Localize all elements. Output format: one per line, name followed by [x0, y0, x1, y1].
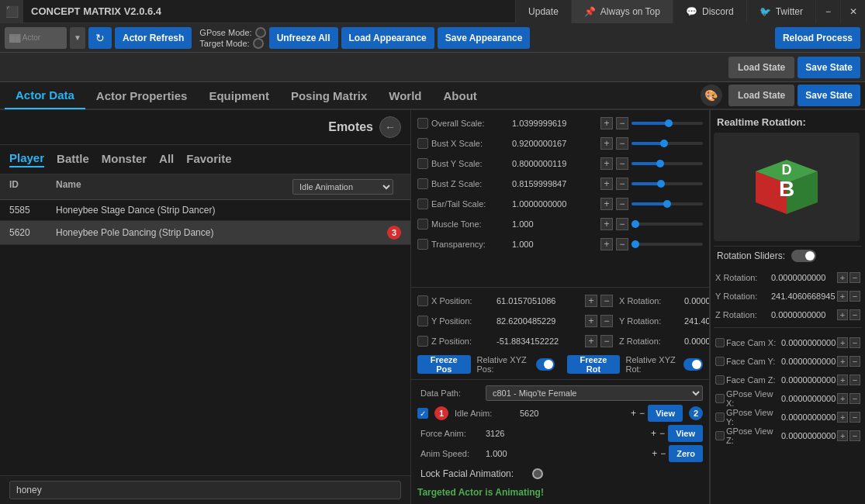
load-state-button[interactable]: Load State	[728, 57, 794, 78]
y-rot-field-minus[interactable]: −	[849, 291, 860, 302]
rotation-sliders-toggle[interactable]	[791, 250, 816, 262]
y-pos-checkbox[interactable]	[417, 316, 428, 326]
force-anim-view-button[interactable]: View	[668, 425, 703, 442]
avatar-selector[interactable]: ▓▓ Actor	[5, 27, 67, 49]
subtab-favorite[interactable]: Favorite	[186, 152, 231, 167]
ear-tail-checkbox[interactable]	[417, 198, 428, 209]
update-button[interactable]: Update	[515, 0, 571, 23]
face-cam-x-checkbox[interactable]	[715, 338, 725, 347]
muscle-tone-plus[interactable]: +	[600, 218, 613, 230]
tab-world[interactable]: World	[378, 81, 432, 109]
idle-anim-checkbox[interactable]: ✓	[417, 408, 428, 419]
actor-refresh-button[interactable]: Actor Refresh	[115, 27, 192, 49]
muscle-tone-track[interactable]	[631, 223, 703, 226]
bust-x-plus[interactable]: +	[600, 137, 613, 150]
palette-icon[interactable]: 🎨	[701, 85, 722, 106]
bust-y-minus[interactable]: −	[616, 157, 628, 170]
gpose-mode-toggle[interactable]	[255, 27, 266, 38]
gpose-view-z-minus[interactable]: −	[849, 430, 860, 441]
minimize-button[interactable]: −	[815, 0, 840, 23]
z-pos-checkbox[interactable]	[417, 336, 428, 347]
tab-about[interactable]: About	[432, 81, 487, 109]
y-pos-plus[interactable]: +	[585, 315, 597, 327]
bust-y-checkbox[interactable]	[417, 158, 428, 169]
z-pos-minus[interactable]: −	[600, 335, 613, 347]
reload-process-button[interactable]: Reload Process	[775, 27, 860, 49]
face-cam-x-minus[interactable]: −	[849, 337, 860, 348]
z-rot-field-plus[interactable]: +	[837, 309, 848, 320]
avatar-dropdown-button[interactable]: ▼	[70, 27, 85, 49]
save-appearance-button[interactable]: Save Appearance	[438, 27, 531, 49]
x-pos-checkbox[interactable]	[417, 295, 428, 306]
load-appearance-button[interactable]: Load Appearance	[341, 27, 434, 49]
relative-xyz-pos-toggle[interactable]	[536, 358, 555, 371]
x-pos-plus[interactable]: +	[585, 295, 597, 307]
bust-y-plus[interactable]: +	[600, 157, 613, 170]
subtab-all[interactable]: All	[159, 152, 174, 167]
bust-y-track[interactable]	[631, 162, 703, 165]
save-state-nav-button[interactable]: Save State	[798, 85, 860, 106]
x-rot-field-plus[interactable]: +	[837, 272, 848, 283]
transparency-track[interactable]	[631, 243, 703, 246]
gpose-view-z-plus[interactable]: +	[837, 430, 848, 441]
face-cam-y-checkbox[interactable]	[715, 357, 725, 366]
twitter-button[interactable]: 🐦 Twitter	[746, 0, 815, 23]
face-cam-z-minus[interactable]: −	[849, 375, 860, 385]
tab-equipment[interactable]: Equipment	[198, 81, 280, 109]
transparency-minus[interactable]: −	[616, 238, 628, 250]
idle-anim-minus[interactable]: −	[639, 408, 645, 419]
bust-z-track[interactable]	[631, 182, 703, 185]
subtab-player[interactable]: Player	[9, 151, 44, 167]
force-anim-plus[interactable]: +	[651, 428, 656, 439]
subtab-battle[interactable]: Battle	[57, 152, 89, 167]
subtab-monster[interactable]: Monster	[102, 152, 147, 167]
face-cam-y-plus[interactable]: +	[837, 356, 848, 367]
face-cam-x-plus[interactable]: +	[837, 337, 848, 348]
target-mode-toggle[interactable]	[253, 38, 264, 49]
load-state-nav-button[interactable]: Load State	[728, 85, 794, 106]
anim-speed-zero-button[interactable]: Zero	[669, 445, 703, 462]
x-pos-minus[interactable]: −	[600, 295, 613, 307]
bust-x-track[interactable]	[631, 142, 703, 145]
idle-anim-plus[interactable]: +	[631, 408, 636, 419]
anim-speed-minus[interactable]: −	[660, 448, 666, 459]
gpose-view-x-minus[interactable]: −	[849, 393, 860, 404]
close-button[interactable]: ✕	[840, 0, 865, 23]
always-on-top-button[interactable]: 📌 Always on Top	[571, 0, 673, 23]
force-anim-minus[interactable]: −	[659, 428, 665, 439]
face-cam-z-checkbox[interactable]	[715, 375, 725, 385]
discord-button[interactable]: 💬 Discord	[673, 0, 746, 23]
ear-tail-plus[interactable]: +	[600, 198, 613, 210]
tab-actor-data[interactable]: Actor Data	[5, 81, 85, 109]
y-pos-minus[interactable]: −	[600, 315, 613, 327]
x-rot-field-minus[interactable]: −	[849, 272, 860, 283]
idle-anim-dropdown[interactable]: Idle Animation	[292, 179, 393, 195]
gpose-view-x-plus[interactable]: +	[837, 393, 848, 404]
idle-anim-view-button[interactable]: View	[648, 405, 683, 422]
z-rot-field-minus[interactable]: −	[849, 309, 860, 320]
refresh-icon-button[interactable]: ↻	[88, 27, 112, 49]
tab-actor-properties[interactable]: Actor Properties	[85, 81, 199, 109]
gpose-view-y-checkbox[interactable]	[715, 413, 725, 422]
search-input[interactable]	[9, 481, 401, 499]
freeze-rot-button[interactable]: Freeze Rot	[567, 355, 619, 374]
gpose-view-x-checkbox[interactable]	[715, 394, 725, 403]
overall-scale-track[interactable]	[631, 122, 703, 125]
table-row[interactable]: 5620 Honeybee Pole Dancing (Strip Dance)…	[0, 221, 410, 245]
tab-posing-matrix[interactable]: Posing Matrix	[280, 81, 378, 109]
freeze-pos-button[interactable]: Freeze Pos	[417, 355, 471, 374]
back-button[interactable]: ←	[379, 116, 401, 138]
gpose-view-z-checkbox[interactable]	[715, 431, 725, 440]
muscle-tone-checkbox[interactable]	[417, 219, 428, 230]
gpose-view-y-plus[interactable]: +	[837, 412, 848, 423]
gpose-view-y-minus[interactable]: −	[849, 412, 860, 423]
face-cam-z-plus[interactable]: +	[837, 375, 848, 385]
face-cam-y-minus[interactable]: −	[849, 356, 860, 367]
bust-z-minus[interactable]: −	[616, 178, 628, 190]
relative-xyz-rot-toggle[interactable]	[683, 358, 703, 371]
ear-tail-track[interactable]	[631, 202, 703, 205]
ear-tail-minus[interactable]: −	[616, 198, 628, 210]
z-pos-plus[interactable]: +	[585, 335, 597, 347]
data-path-dropdown[interactable]: c801 - Miqo'te Female	[486, 385, 703, 401]
transparency-plus[interactable]: +	[600, 238, 613, 250]
